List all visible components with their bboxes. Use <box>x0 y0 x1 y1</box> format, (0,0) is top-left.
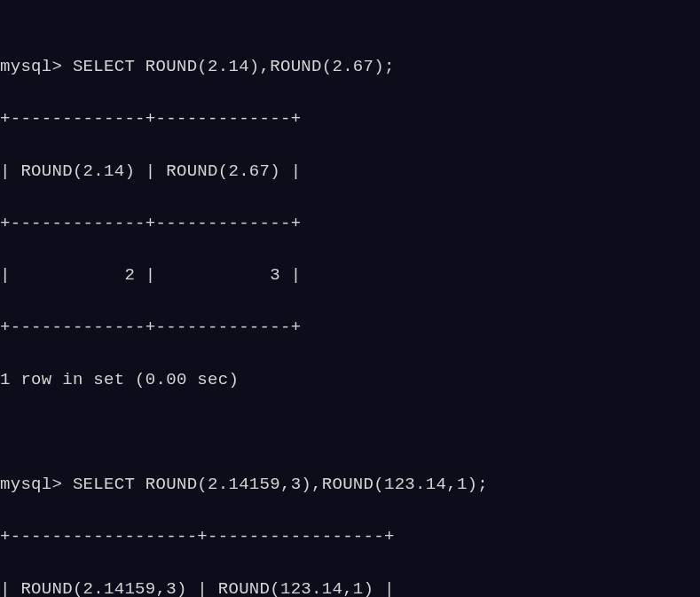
prompt-text: mysql> SELECT ROUND(2.14),ROUND(2.67); <box>0 57 395 76</box>
query-1-prompt: mysql> SELECT ROUND(2.14),ROUND(2.67); <box>0 54 700 80</box>
query-2-prompt: mysql> SELECT ROUND(2.14159,3),ROUND(123… <box>0 472 700 498</box>
result-1-status: 1 row in set (0.00 sec) <box>0 367 700 393</box>
table-1-data-row: | 2 | 3 | <box>0 263 700 288</box>
blank-1 <box>0 420 700 445</box>
table-1-border-top: +-------------+-------------+ <box>0 106 700 132</box>
table-1-header: | ROUND(2.14) | ROUND(2.67) | <box>0 159 700 185</box>
mysql-terminal: mysql> SELECT ROUND(2.14),ROUND(2.67); +… <box>0 26 700 597</box>
table-1-border-mid: +-------------+-------------+ <box>0 211 700 237</box>
prompt-text: mysql> SELECT ROUND(2.14159,3),ROUND(123… <box>0 475 488 494</box>
table-2-border-top: +------------------+-----------------+ <box>0 524 700 550</box>
table-1-border-bottom: +-------------+-------------+ <box>0 315 700 341</box>
table-2-header: | ROUND(2.14159,3) | ROUND(123.14,1) | <box>0 577 700 597</box>
